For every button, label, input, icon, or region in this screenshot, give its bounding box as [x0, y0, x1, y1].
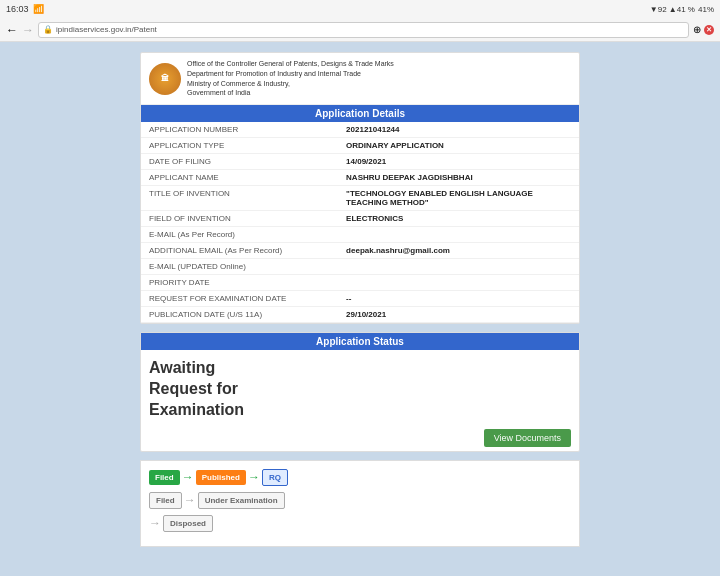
field-label: DATE OF FILING — [141, 154, 338, 170]
field-label: E-MAIL (As Per Record) — [141, 227, 338, 243]
table-row: FIELD OF INVENTIONELECTRONICS — [141, 211, 579, 227]
main-content: 🏛 Office of the Controller General of Pa… — [0, 42, 720, 576]
logo-line3: Ministry of Commerce & Industry, — [187, 79, 394, 89]
field-value: 202121041244 — [338, 122, 579, 138]
status-card: Application Status AwaitingRequest forEx… — [140, 332, 580, 451]
table-row: APPLICATION TYPEORDINARY APPLICATION — [141, 138, 579, 154]
status-bar: 16:03 📶 ▼92 ▲41 % 41% — [0, 0, 720, 18]
flow-published: Published — [196, 470, 246, 485]
logo-card: 🏛 Office of the Controller General of Pa… — [140, 52, 580, 324]
view-documents-button[interactable]: View Documents — [484, 429, 571, 447]
field-label: REQUEST FOR EXAMINATION DATE — [141, 291, 338, 307]
flow-arrow-4: → — [149, 516, 161, 530]
flow-filed-active: Filed — [149, 470, 180, 485]
flow-arrow-2: → — [248, 470, 260, 484]
browser-icons: ⊕ ✕ — [693, 24, 714, 35]
flow-row-3: → Disposed — [149, 515, 571, 532]
forward-icon[interactable]: → — [22, 23, 34, 37]
table-row: PRIORITY DATE — [141, 275, 579, 291]
field-label: TITLE OF INVENTION — [141, 186, 338, 211]
field-value: -- — [338, 291, 579, 307]
battery-display: 41% — [698, 5, 714, 14]
logo-line2: Department for Promotion of Industry and… — [187, 69, 394, 79]
field-label: ADDITIONAL EMAIL (As Per Record) — [141, 243, 338, 259]
close-icon[interactable]: ✕ — [704, 25, 714, 35]
flow-disposed: Disposed — [163, 515, 213, 532]
status-header: Application Status — [141, 333, 579, 350]
table-row: REQUEST FOR EXAMINATION DATE-- — [141, 291, 579, 307]
status-text: AwaitingRequest forExamination — [141, 350, 579, 424]
field-value: ORDINARY APPLICATION — [338, 138, 579, 154]
field-label: APPLICANT NAME — [141, 170, 338, 186]
field-label: APPLICATION TYPE — [141, 138, 338, 154]
status-left: 16:03 📶 — [6, 4, 44, 14]
table-row: PUBLICATION DATE (U/S 11A)29/10/2021 — [141, 307, 579, 323]
flow-row-2: Filed → Under Examination — [149, 492, 571, 509]
status-right: ▼92 ▲41 % 41% — [650, 5, 714, 14]
status-body: AwaitingRequest forExamination View Docu… — [141, 350, 579, 450]
back-icon[interactable]: ← — [6, 23, 18, 37]
logo-text: Office of the Controller General of Pate… — [187, 59, 394, 98]
flow-row-1: Filed → Published → RQ — [149, 469, 571, 486]
browser-bar: ← → 🔒 ipindiaservices.gov.in/Patent ⊕ ✕ — [0, 18, 720, 42]
table-row: E-MAIL (UPDATED Online) — [141, 259, 579, 275]
field-value: deepak.nashru@gmail.com — [338, 243, 579, 259]
table-row: APPLICANT NAMENASHRU DEEPAK JAGDISHBHAI — [141, 170, 579, 186]
network-speed: ▼92 ▲41 % — [650, 5, 695, 14]
lock-icon: 🔒 — [43, 25, 53, 34]
field-value — [338, 259, 579, 275]
time-display: 16:03 — [6, 4, 29, 14]
table-row: TITLE OF INVENTION"TECHNOLOGY ENABLED EN… — [141, 186, 579, 211]
details-table: APPLICATION NUMBER202121041244APPLICATIO… — [141, 122, 579, 323]
flow-arrow-1: → — [182, 470, 194, 484]
field-value — [338, 227, 579, 243]
field-label: E-MAIL (UPDATED Online) — [141, 259, 338, 275]
field-value: ELECTRONICS — [338, 211, 579, 227]
table-row: E-MAIL (As Per Record) — [141, 227, 579, 243]
logo-line1: Office of the Controller General of Pate… — [187, 59, 394, 69]
field-label: PRIORITY DATE — [141, 275, 338, 291]
url-text: ipindiaservices.gov.in/Patent — [56, 25, 157, 34]
table-row: APPLICATION NUMBER202121041244 — [141, 122, 579, 138]
field-value: "TECHNOLOGY ENABLED ENGLISH LANGUAGE TEA… — [338, 186, 579, 211]
field-value: NASHRU DEEPAK JAGDISHBHAI — [338, 170, 579, 186]
field-value: 14/09/2021 — [338, 154, 579, 170]
field-label: APPLICATION NUMBER — [141, 122, 338, 138]
flow-diagram: Filed → Published → RQ Filed → Under Exa… — [140, 460, 580, 547]
field-label: PUBLICATION DATE (U/S 11A) — [141, 307, 338, 323]
field-label: FIELD OF INVENTION — [141, 211, 338, 227]
flow-rq: RQ — [262, 469, 288, 486]
logo-line4: Government of India — [187, 88, 394, 98]
bookmark-icon[interactable]: ⊕ — [693, 24, 701, 35]
flow-arrow-3: → — [184, 493, 196, 507]
logo-header: 🏛 Office of the Controller General of Pa… — [141, 53, 579, 105]
field-value: 29/10/2021 — [338, 307, 579, 323]
signal-icon: 📶 — [33, 4, 44, 14]
url-bar[interactable]: 🔒 ipindiaservices.gov.in/Patent — [38, 22, 689, 38]
app-details-header: Application Details — [141, 105, 579, 122]
flow-filed-inactive: Filed — [149, 492, 182, 509]
table-row: ADDITIONAL EMAIL (As Per Record)deepak.n… — [141, 243, 579, 259]
table-row: DATE OF FILING14/09/2021 — [141, 154, 579, 170]
flow-under-examination: Under Examination — [198, 492, 285, 509]
field-value — [338, 275, 579, 291]
logo-emblem: 🏛 — [149, 63, 181, 95]
